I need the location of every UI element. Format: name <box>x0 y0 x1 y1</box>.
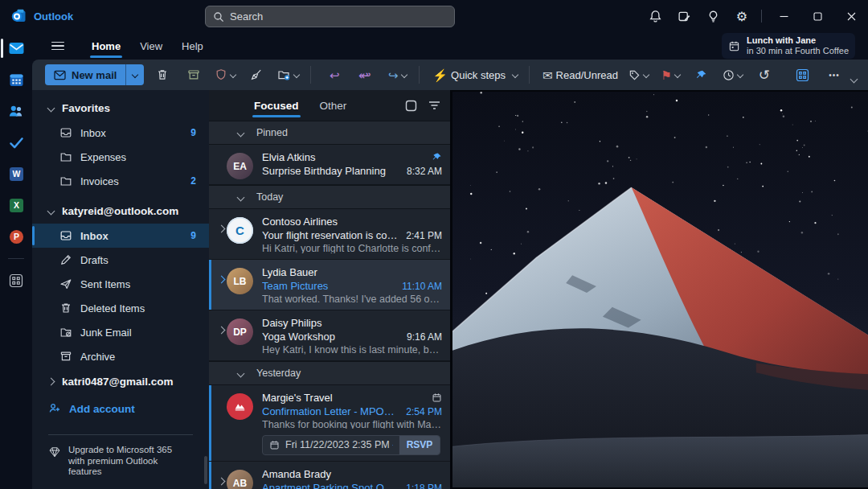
message-row-lydia-bauer[interactable]: LB Lydia Bauer Team Pictures 11:10 AM Th… <box>209 260 450 310</box>
add-account-button[interactable]: Add account <box>32 394 209 423</box>
folder-icon <box>59 150 72 163</box>
rail-people-icon[interactable] <box>0 101 32 121</box>
tab-other[interactable]: Other <box>320 92 347 119</box>
rsvp-button[interactable]: RSVP <box>399 436 440 454</box>
folder-archive[interactable]: Archive <box>32 344 209 368</box>
apps-grid-button[interactable] <box>790 64 816 86</box>
upgrade-promo[interactable]: Upgrade to Microsoft 365 with premium Ou… <box>32 445 209 478</box>
forward-button[interactable]: ↪ <box>384 64 410 86</box>
archive-button[interactable] <box>181 64 207 86</box>
folder-favorites-invoices[interactable]: Invoices 2 <box>32 169 209 193</box>
meeting-reminder[interactable]: Lunch with Jane in 30 min at Fourth Coff… <box>722 33 855 59</box>
rail-word-icon[interactable]: W <box>0 164 32 183</box>
tab-focused[interactable]: Focused <box>254 92 299 119</box>
favorites-header[interactable]: Favorites <box>32 95 209 121</box>
rail-more-apps-icon[interactable] <box>0 271 32 290</box>
folder-favorites-expenses[interactable]: Expenses <box>32 145 209 169</box>
expand-conversation-chevron[interactable] <box>215 216 227 253</box>
delete-button[interactable] <box>149 64 175 86</box>
settings-gear-icon[interactable]: ⚙ <box>727 0 756 32</box>
expand-conversation-chevron[interactable] <box>215 468 227 489</box>
rail-calendar-icon[interactable] <box>0 70 32 89</box>
group-header-yesterday[interactable]: Yesterday <box>209 361 450 385</box>
avatar: DP <box>227 318 253 345</box>
group-header-today[interactable]: Today <box>209 185 450 209</box>
expand-conversation-chevron[interactable] <box>215 317 227 355</box>
account-header-gmail[interactable]: katri0487@gmail.com <box>32 368 209 394</box>
unread-count-badge: 9 <box>190 230 196 241</box>
rail-divider <box>8 258 24 259</box>
sweep-button[interactable] <box>244 64 269 86</box>
close-button[interactable] <box>834 0 868 32</box>
app-rail: W X P <box>0 32 32 489</box>
undo-button[interactable]: ↺ <box>751 64 777 86</box>
flag-dropdown-chevron[interactable] <box>674 72 680 78</box>
inbox-icon <box>59 229 72 242</box>
pin-button[interactable] <box>689 64 714 86</box>
forward-dropdown-chevron[interactable] <box>400 72 407 78</box>
drafts-pencil-icon <box>59 253 72 266</box>
inbox-icon <box>59 126 72 139</box>
read-unread-button[interactable]: ✉ Read/Unread <box>540 64 620 86</box>
hamburger-menu-icon[interactable] <box>51 42 64 51</box>
minimize-button[interactable] <box>767 0 800 32</box>
reading-pane <box>450 90 868 489</box>
more-options-button[interactable]: ••• <box>821 64 847 86</box>
message-row-elvia-atkins[interactable]: EA Elvia Atkins Surprise Birthday Planni… <box>209 145 450 185</box>
junk-folder-icon <box>59 326 72 339</box>
quick-steps-button[interactable]: ⚡ Quick steps <box>430 64 520 86</box>
chevron-down-icon <box>47 104 55 112</box>
titlebar-actions: ⚙ <box>641 0 868 32</box>
tips-lightbulb-icon[interactable] <box>698 0 727 32</box>
notifications-bell-icon[interactable] <box>641 0 669 32</box>
select-messages-icon[interactable] <box>405 100 417 112</box>
new-mail-split-button[interactable]: New mail <box>45 64 144 85</box>
report-dropdown-chevron[interactable] <box>230 72 236 78</box>
folder-junk-email[interactable]: Junk Email <box>32 320 209 344</box>
folder-pane-scrollbar[interactable] <box>204 456 207 484</box>
message-row-daisy-philips[interactable]: DP Daisy Philips Yoga Workshop 9:16 AM H… <box>209 310 450 361</box>
tab-home[interactable]: Home <box>82 34 130 59</box>
titlebar: Outlook Search ⚙ <box>0 0 868 32</box>
reply-all-button[interactable]: ↩ <box>353 64 379 86</box>
rail-powerpoint-icon[interactable]: P <box>0 227 32 246</box>
outlook-app: Outlook Search ⚙ <box>0 0 868 489</box>
maximize-button[interactable] <box>800 0 834 32</box>
rail-todo-icon[interactable] <box>0 133 32 152</box>
new-mail-dropdown[interactable] <box>125 64 144 85</box>
folder-deleted-items[interactable]: Deleted Items <box>32 296 209 320</box>
group-header-pinned[interactable]: Pinned <box>209 121 450 145</box>
message-list-tabs: Focused Other <box>209 90 450 121</box>
calendar-reminder-icon <box>728 40 740 52</box>
folder-sent-items[interactable]: Sent Items <box>32 272 209 296</box>
read-unread-envelope-icon: ✉ <box>542 69 553 81</box>
message-row-contoso-airlines[interactable]: C Contoso Airlines Your flight reservati… <box>209 209 450 260</box>
rail-mail-icon[interactable] <box>0 39 32 58</box>
expand-conversation-chevron[interactable] <box>215 266 227 304</box>
account-header-outlook[interactable]: katyreid@outlook.com <box>32 198 209 224</box>
quick-steps-dropdown-chevron[interactable] <box>512 72 518 78</box>
categorize-tag-button[interactable] <box>626 64 652 86</box>
snooze-button[interactable] <box>720 64 746 86</box>
feedback-icon[interactable] <box>669 0 698 32</box>
collapse-ribbon-chevron[interactable] <box>851 71 857 90</box>
tab-view[interactable]: View <box>130 34 172 59</box>
snooze-dropdown-chevron[interactable] <box>737 72 743 78</box>
filter-icon[interactable] <box>428 101 440 110</box>
message-row-amanda-brady[interactable]: AB Amanda Brady Apartment Parking Spot O… <box>209 462 450 489</box>
reply-button[interactable]: ↩ <box>321 64 347 86</box>
report-shield-button[interactable] <box>212 64 238 86</box>
tag-dropdown-chevron[interactable] <box>643 72 649 78</box>
folder-icon <box>59 175 72 187</box>
message-row-margies-travel[interactable]: Margie's Travel Confirmation Letter - MP… <box>209 385 450 462</box>
search-box[interactable]: Search <box>205 6 455 27</box>
folder-drafts[interactable]: Drafts <box>32 248 209 272</box>
move-to-folder-button[interactable] <box>275 64 301 86</box>
folder-inbox[interactable]: Inbox 9 <box>32 224 209 248</box>
flag-button[interactable]: ⚑ <box>657 64 683 86</box>
move-to-dropdown-chevron[interactable] <box>293 72 300 78</box>
avatar: C <box>227 217 253 244</box>
folder-favorites-inbox[interactable]: Inbox 9 <box>32 121 209 145</box>
tab-help[interactable]: Help <box>172 34 213 59</box>
rail-excel-icon[interactable]: X <box>0 195 32 215</box>
